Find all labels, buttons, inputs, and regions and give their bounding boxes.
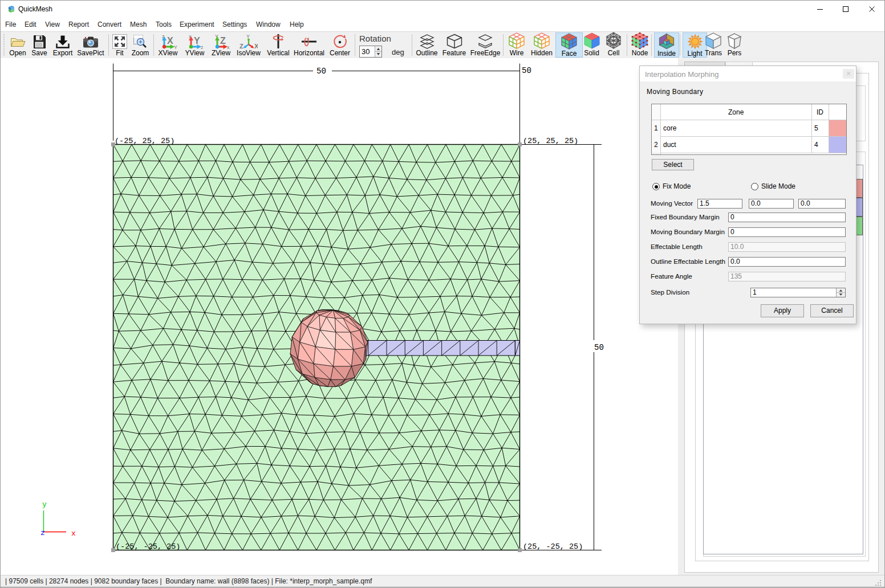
svg-text:Z: Z <box>220 36 226 46</box>
svg-text:z: z <box>201 44 204 49</box>
svg-text:(-25, 25, 25): (-25, 25, 25) <box>115 137 174 145</box>
svg-text:(25, -25, 25): (25, -25, 25) <box>523 542 583 551</box>
svg-text:Z: Z <box>239 43 243 49</box>
svg-text:50: 50 <box>594 343 604 352</box>
svg-text:50: 50 <box>522 66 531 75</box>
svg-text:X: X <box>254 43 258 49</box>
svg-text:z: z <box>40 529 45 537</box>
svg-text:(-25, -25, 25): (-25, -25, 25) <box>116 542 180 551</box>
svg-text:Y: Y <box>174 44 177 49</box>
svg-text:Y: Y <box>194 36 200 46</box>
svg-text:x: x <box>71 529 76 538</box>
svg-text:50: 50 <box>316 67 326 76</box>
svg-text:X: X <box>167 36 173 46</box>
svg-text:(25, 25, 25): (25, 25, 25) <box>523 137 578 145</box>
svg-text:x: x <box>227 44 230 49</box>
svg-text:y: y <box>42 500 47 509</box>
svg-text:Y: Y <box>246 34 250 39</box>
